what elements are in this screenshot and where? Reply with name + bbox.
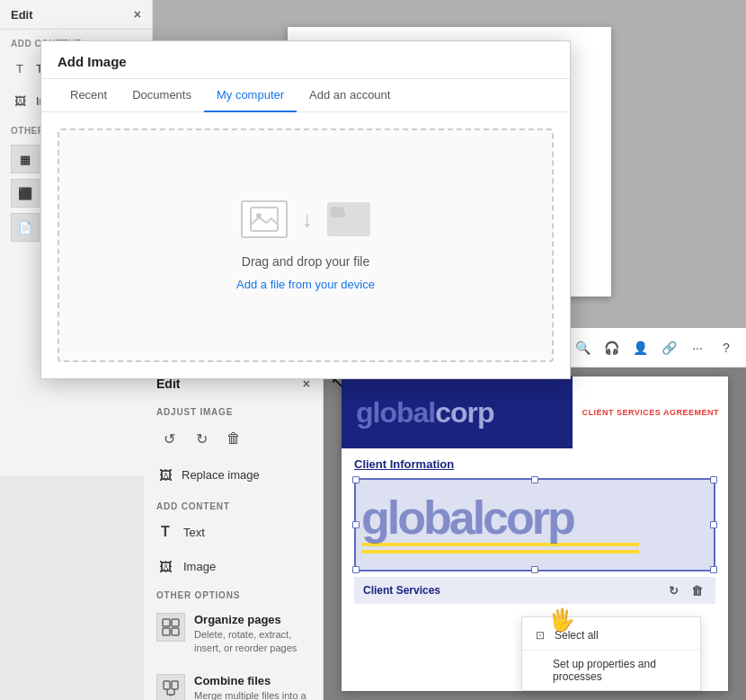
client-services-badge: CLIENT SERVICES AGREEMENT — [573, 377, 728, 448]
link-icon[interactable]: 🔗 — [656, 333, 681, 362]
delete-button[interactable]: 🗑 — [221, 426, 246, 451]
combine-files-icon — [156, 674, 185, 700]
client-info-heading: Client Information — [354, 457, 715, 471]
bg-text-icon: T — [11, 59, 29, 77]
replace-image-item[interactable]: 🖼 Replace image — [144, 460, 323, 494]
cs-delete-button[interactable]: 🗑 — [687, 580, 706, 600]
dialog-title: Add Image — [41, 41, 570, 79]
bg-other-2[interactable]: ⬛ — [11, 179, 40, 208]
handle-top-left[interactable] — [352, 476, 360, 483]
organize-pages-icon — [156, 613, 185, 642]
svg-rect-8 — [172, 628, 179, 635]
context-menu: ⊡ Select all Set up properties and proce… — [521, 616, 701, 691]
other-options-label: OTHER OPTIONS — [144, 583, 323, 604]
main-layout: Edit × ADJUST IMAGE ↺ ↻ 🗑 🖼 Replace imag… — [144, 368, 746, 700]
bg-edit-panel-header: Edit × — [0, 0, 152, 30]
pdf-body: Client Information globalcorp — [342, 448, 728, 613]
replace-image-label: Replace image — [182, 468, 260, 482]
add-file-link[interactable]: Add a file from your device — [236, 278, 375, 291]
handle-top-right[interactable] — [710, 476, 717, 483]
svg-rect-5 — [163, 619, 170, 626]
drop-zone-icons: ↓ — [241, 200, 370, 238]
tab-recent[interactable]: Recent — [58, 79, 120, 112]
drop-folder-icon — [327, 202, 370, 236]
image-label: Image — [183, 560, 216, 573]
dialog-tabs: Recent Documents My computer Add an acco… — [41, 79, 570, 112]
properties-icon — [533, 663, 546, 678]
selected-image-box[interactable]: globalcorp — [354, 478, 715, 572]
bottom-container: 🏠 ◁ Edit Convert Sign ↩ ↪ ☁ Changes save… — [144, 328, 746, 700]
combine-files-text: Combine files Merge multiple files into … — [194, 674, 306, 700]
text-item[interactable]: T Text — [144, 515, 323, 549]
zoom-in-button[interactable]: 🔍 — [570, 333, 595, 362]
organize-pages-title: Organize pages — [194, 613, 310, 626]
client-services-label: Client Services — [363, 584, 440, 597]
headphones-icon[interactable]: 🎧 — [599, 333, 624, 362]
combine-files-title: Combine files — [194, 674, 306, 687]
adjust-image-label: ADJUST IMAGE — [144, 400, 323, 421]
organize-pages-item[interactable]: Organize pages Delete, rotate, extract, … — [144, 604, 323, 665]
pdf-header: globalcorp CLIENT SERVICES AGREEMENT — [342, 377, 728, 448]
pdf-content-area: ↖ globalcorp CLIENT SERVICES AGREEMENT C — [324, 368, 746, 700]
client-services-text: CLIENT SERVICES AGREEMENT — [582, 408, 719, 417]
rotate-right-button[interactable]: ↻ — [189, 426, 214, 451]
drop-text: Drag and drop your file — [242, 254, 369, 269]
organize-pages-text: Organize pages Delete, rotate, extract, … — [194, 613, 310, 656]
handle-bottom-left[interactable] — [352, 566, 360, 573]
tab-my-computer[interactable]: My computer — [204, 79, 297, 112]
handle-top-middle[interactable] — [531, 476, 538, 483]
handle-bottom-middle[interactable] — [531, 566, 538, 573]
replace-image-icon: 🖼 — [156, 465, 174, 483]
image-item[interactable]: 🖼 Image — [144, 549, 323, 583]
text-label: Text — [183, 526, 205, 539]
context-select-all[interactable]: ⊡ Select all — [522, 621, 700, 650]
svg-rect-10 — [172, 681, 178, 689]
tab-add-account[interactable]: Add an account — [297, 79, 403, 112]
bg-edit-close[interactable]: × — [134, 7, 141, 22]
svg-rect-9 — [164, 681, 170, 689]
edit-panel: Edit × ADJUST IMAGE ↺ ↻ 🗑 🖼 Replace imag… — [144, 368, 324, 700]
svg-rect-4 — [331, 207, 343, 214]
selected-logo-container: globalcorp — [361, 494, 708, 555]
add-image-dialog: Add Image Recent Documents My computer A… — [40, 40, 571, 379]
adjust-icons-row: ↺ ↻ 🗑 — [144, 421, 323, 460]
tab-documents[interactable]: Documents — [120, 79, 204, 112]
bg-other-3[interactable]: 📄 — [11, 213, 40, 242]
selected-logo-text: globalcorp — [361, 494, 573, 541]
help-button[interactable]: ? — [714, 333, 739, 362]
selected-image-inner: globalcorp — [356, 480, 714, 570]
drop-zone[interactable]: ↓ Drag and drop your file Add a file fro… — [58, 128, 554, 362]
combine-files-item[interactable]: Combine files Merge multiple files into … — [144, 665, 323, 700]
select-all-label: Select all — [555, 629, 599, 642]
drop-image-icon — [241, 200, 288, 238]
select-all-icon: ⊡ — [533, 628, 547, 642]
combine-files-desc: Merge multiple files into a — [194, 689, 306, 700]
set-properties-label: Set up properties and processes — [553, 658, 689, 683]
cs-refresh-button[interactable]: ↻ — [663, 580, 683, 600]
logo-area: globalcorp — [342, 389, 509, 436]
context-set-properties[interactable]: Set up properties and processes — [522, 651, 700, 690]
bg-edit-title: Edit — [11, 8, 33, 22]
svg-rect-0 — [251, 208, 278, 231]
header-logo: globalcorp — [356, 398, 494, 427]
drop-arrow-icon: ↓ — [302, 207, 313, 232]
organize-pages-desc: Delete, rotate, extract, insert, or reor… — [194, 628, 310, 656]
rotate-left-button[interactable]: ↺ — [156, 426, 182, 451]
more-button[interactable]: ··· — [685, 333, 710, 362]
yellow-line-2 — [361, 550, 639, 554]
handle-middle-right[interactable] — [710, 521, 717, 528]
bg-other-1[interactable]: ▦ — [11, 145, 40, 173]
text-icon: T — [156, 523, 174, 541]
bg-image-icon: 🖼 — [11, 92, 29, 110]
handle-bottom-right[interactable] — [710, 566, 717, 573]
svg-rect-6 — [172, 619, 179, 626]
user-icon[interactable]: 👤 — [627, 333, 653, 362]
client-services-bar: Client Services ↻ 🗑 — [354, 577, 715, 604]
add-content-label: ADD CONTENT — [144, 494, 323, 515]
cs-actions: ↻ 🗑 — [663, 580, 706, 600]
svg-rect-7 — [163, 628, 170, 635]
image-icon: 🖼 — [156, 557, 174, 575]
handle-middle-left[interactable] — [352, 521, 360, 528]
